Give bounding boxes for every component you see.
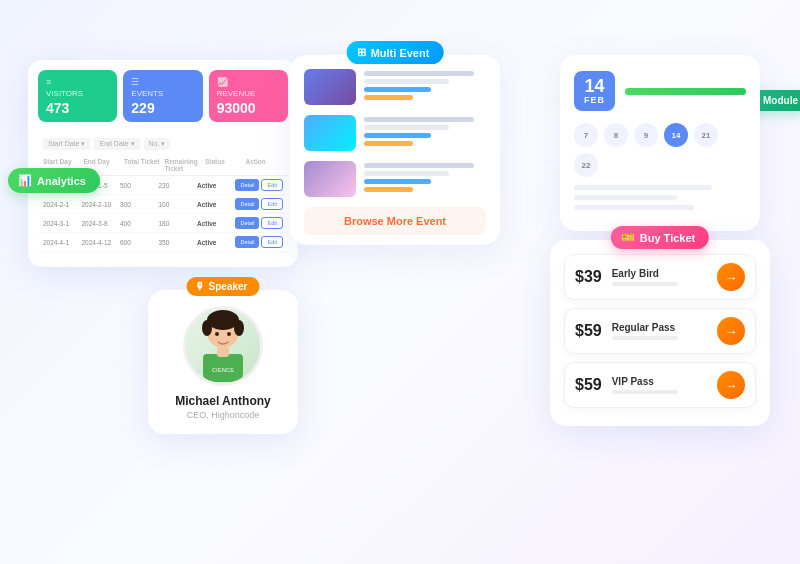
event-line [364, 117, 474, 122]
calendar-date-row: 14 FEB [574, 71, 746, 111]
col-status: Status [205, 158, 243, 172]
svg-rect-8 [217, 347, 229, 357]
ticket-arrow-regular[interactable]: → [717, 317, 745, 345]
edit-btn[interactable]: Edit [261, 236, 282, 248]
cal-dot-9[interactable]: 9 [634, 123, 658, 147]
calendar-date-box: 14 FEB [574, 71, 615, 111]
svg-point-4 [215, 332, 219, 336]
svg-point-2 [202, 320, 212, 336]
speaker-badge-label: Speaker [209, 281, 248, 292]
event-item-1 [304, 69, 486, 105]
event-line [364, 79, 449, 84]
event-thumb-purple [304, 161, 356, 197]
event-thumb-blue [304, 115, 356, 151]
col-remaining: Remaining Ticket [165, 158, 203, 172]
revenue-label: REVENUE [217, 89, 280, 98]
event-item-3 [304, 161, 486, 197]
buy-ticket-card: 🎫 Buy Ticket $39 Early Bird → $59 Regula… [550, 240, 770, 426]
event-line [364, 187, 413, 192]
event-line [364, 163, 474, 168]
calendar-day: 14 [584, 77, 605, 95]
revenue-icon: 📈 [217, 77, 280, 87]
ticket-arrow-vip[interactable]: → [717, 371, 745, 399]
buy-ticket-badge: 🎫 Buy Ticket [611, 226, 709, 249]
analytics-stats: ≡ VISITORS 473 ☰ EVENTS 229 📈 REVENUE 93… [38, 70, 288, 122]
detail-btn[interactable]: Detail [235, 236, 259, 248]
event-line [364, 125, 449, 130]
avatar-svg: CIENCE [193, 310, 253, 382]
ticket-price-regular: $59 [575, 322, 602, 340]
purchase-history-table: Start Date ▾ End Date ▾ No. ▾ Start Day … [38, 130, 288, 257]
table-row: 2024-3-1 2024-3-8 400 180 Active Detail … [38, 214, 288, 233]
table-row: 2024-2-1 2024-2-10 300 100 Active Detail… [38, 195, 288, 214]
events-value: 229 [131, 100, 194, 116]
calendar-card: 14 FEB 7 8 9 14 21 22 [560, 55, 760, 231]
speaker-title: CEO, Highoncode [162, 410, 284, 420]
analytics-card: ≡ VISITORS 473 ☰ EVENTS 229 📈 REVENUE 93… [28, 60, 298, 267]
analytics-badge: 📊 Analytics [8, 168, 100, 193]
stat-revenue: 📈 REVENUE 93000 [209, 70, 288, 122]
buy-ticket-badge-label: Buy Ticket [640, 232, 695, 244]
cal-dot-22[interactable]: 22 [574, 153, 598, 177]
speaker-badge: 🎙 Speaker [187, 277, 260, 296]
edit-btn[interactable]: Edit [261, 217, 282, 229]
edit-btn[interactable]: Edit [261, 179, 282, 191]
event-line [364, 133, 431, 138]
visitors-icon: ≡ [46, 77, 109, 87]
table-row: 2024-4-1 2024-4-12 600 350 Active Detail… [38, 233, 288, 252]
edit-btn[interactable]: Edit [261, 198, 282, 210]
multi-event-card: ⊞ Multi Event Browse More Event [290, 55, 500, 245]
cal-dot-8[interactable]: 8 [604, 123, 628, 147]
event-line [364, 141, 413, 146]
ticket-name-early-bird: Early Bird [612, 268, 707, 279]
ticket-arrow-early-bird[interactable]: → [717, 263, 745, 291]
event-line [364, 171, 449, 176]
ticket-name-vip: VIP Pass [612, 376, 707, 387]
analytics-badge-label: Analytics [37, 175, 86, 187]
ticket-icon: 🎫 [621, 231, 635, 244]
calendar-dot-row: 7 8 9 14 21 22 [574, 123, 746, 177]
col-total: Total Ticket [124, 158, 162, 172]
visitors-label: VISITORS [46, 89, 109, 98]
calendar-progress-bar [625, 88, 746, 95]
event-thumb-concert [304, 69, 356, 105]
ticket-price-vip: $59 [575, 376, 602, 394]
multi-event-badge-label: Multi Event [371, 47, 430, 59]
speaker-card: 🎙 Speaker CIENCE Michael Anthony CEO, Hi… [148, 290, 298, 434]
ticket-item-early-bird: $39 Early Bird → [564, 254, 756, 300]
col-action: Action [246, 158, 284, 172]
ticket-price-early-bird: $39 [575, 268, 602, 286]
calendar-content-lines [574, 185, 746, 210]
detail-btn[interactable]: Detail [235, 179, 259, 191]
cal-dot-21[interactable]: 21 [694, 123, 718, 147]
speaker-name: Michael Anthony [162, 394, 284, 408]
svg-point-3 [234, 320, 244, 336]
ticket-name-regular: Regular Pass [612, 322, 707, 333]
filter-start-date[interactable]: Start Date ▾ [43, 138, 90, 150]
filter-no[interactable]: No. ▾ [144, 138, 171, 150]
stat-events: ☰ EVENTS 229 [123, 70, 202, 122]
event-line [364, 95, 413, 100]
cal-dot-7[interactable]: 7 [574, 123, 598, 147]
filter-end-date[interactable]: End Date ▾ [94, 138, 139, 150]
multi-event-icon: ⊞ [357, 46, 366, 59]
calendar-month: FEB [584, 95, 605, 105]
event-line [364, 71, 474, 76]
detail-btn[interactable]: Detail [235, 198, 259, 210]
event-line [364, 87, 431, 92]
svg-point-5 [227, 332, 231, 336]
visitors-value: 473 [46, 100, 109, 116]
speaker-icon: 🎙 [195, 281, 205, 292]
analytics-icon: 📊 [18, 174, 32, 187]
detail-btn[interactable]: Detail [235, 217, 259, 229]
browse-more-button[interactable]: Browse More Event [304, 207, 486, 235]
speaker-avatar: CIENCE [183, 306, 263, 386]
ticket-item-vip: $59 VIP Pass → [564, 362, 756, 408]
cal-dot-14[interactable]: 14 [664, 123, 688, 147]
multi-event-badge: ⊞ Multi Event [347, 41, 444, 64]
svg-text:CIENCE: CIENCE [212, 367, 235, 373]
event-item-2 [304, 115, 486, 151]
event-line [364, 179, 431, 184]
events-label: EVENTS [131, 89, 194, 98]
events-icon: ☰ [131, 77, 194, 87]
